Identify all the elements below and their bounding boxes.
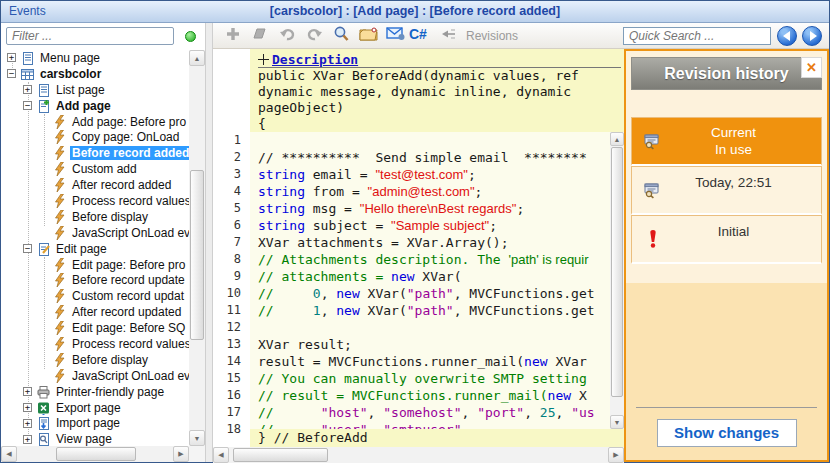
revision-panel-header: Revision history bbox=[631, 57, 822, 90]
code-editor[interactable]: Description public XVar BeforeAdd(dynami… bbox=[213, 49, 624, 461]
show-changes-button[interactable]: Show changes bbox=[657, 419, 797, 447]
tree-item-javascript-onload-ev[interactable]: JavaScript OnLoad ev bbox=[1, 225, 189, 241]
code-line bbox=[250, 319, 610, 336]
tree-expander-icon[interactable]: + bbox=[23, 419, 32, 428]
tree-item-label: Process record values bbox=[70, 337, 189, 351]
revision-list: CurrentIn useToday, 22:51Initial bbox=[631, 117, 822, 264]
tree-item-label: JavaScript OnLoad ev bbox=[70, 369, 189, 383]
tree-item-import-page[interactable]: +Import page bbox=[1, 415, 189, 431]
revisions-button[interactable] bbox=[437, 25, 461, 47]
filter-input[interactable] bbox=[6, 27, 174, 45]
revision-item-title: Today, 22:51 bbox=[666, 174, 801, 191]
editor-toolbar: C#Revisions bbox=[213, 23, 829, 49]
code-line: result = MVCFunctions.runner_mail(new XV… bbox=[250, 353, 610, 370]
tree-item-process-record-values[interactable]: Process record values bbox=[1, 336, 189, 352]
line-number: 14 bbox=[213, 353, 241, 370]
tree-item-printer-friendly-page[interactable]: +Printer-friendly page bbox=[1, 384, 189, 400]
tree-item-javascript-onload-ev[interactable]: JavaScript OnLoad ev bbox=[1, 368, 189, 384]
tree-expander-icon[interactable]: − bbox=[7, 69, 16, 78]
event-icon bbox=[52, 289, 67, 303]
snippet-folder-icon bbox=[359, 26, 378, 46]
add-button[interactable] bbox=[221, 25, 245, 47]
code-line: string msg = "Hello there\nBest regards"… bbox=[250, 200, 610, 217]
tree-item-view-page[interactable]: +View page bbox=[1, 431, 189, 446]
description-link[interactable]: Description bbox=[272, 52, 358, 67]
tree-item-label: Edit page bbox=[54, 242, 109, 256]
line-number: 3 bbox=[213, 166, 241, 183]
event-icon bbox=[52, 321, 67, 335]
tree-vertical-scrollbar[interactable]: ▲ ▼ bbox=[189, 50, 205, 446]
tree-item-edit-page[interactable]: −Edit page bbox=[1, 241, 189, 257]
code-line: // "user", "smtpuser" bbox=[250, 421, 610, 429]
revision-doc-icon bbox=[640, 182, 666, 199]
tree-expander-icon[interactable]: + bbox=[23, 435, 32, 444]
undo-button[interactable] bbox=[275, 25, 299, 47]
line-number: 2 bbox=[213, 149, 241, 166]
tree-item-process-record-values[interactable]: Process record values bbox=[1, 193, 189, 209]
breadcrumb: [carsbcolor] : [Add page] : [Before reco… bbox=[1, 4, 829, 18]
tree-expander-icon[interactable]: + bbox=[23, 387, 32, 396]
redo-button[interactable] bbox=[302, 25, 326, 47]
tree-item-label: Printer-friendly page bbox=[54, 385, 166, 399]
tree-item-before-record-update[interactable]: Before record update bbox=[1, 272, 189, 288]
tree-item-label: After record updated bbox=[70, 305, 183, 319]
close-icon[interactable]: ✕ bbox=[801, 57, 822, 78]
code-lines[interactable]: // ********** Send simple email ********… bbox=[250, 132, 610, 429]
tree-item-before-record-added[interactable]: Before record added bbox=[1, 145, 189, 161]
signature-line: dynamic message, dynamic inline, dynamic bbox=[258, 84, 624, 100]
editor-horizontal-scrollbar[interactable]: ◀ ▶ bbox=[213, 447, 624, 463]
tree-item-label: View page bbox=[54, 432, 114, 446]
tree-item-export-page[interactable]: +Export page bbox=[1, 400, 189, 416]
table-icon bbox=[20, 67, 35, 81]
code-line: string email = "test@test.com"; bbox=[250, 166, 610, 183]
tree-item-custom-add[interactable]: Custom add bbox=[1, 161, 189, 177]
line-number: 9 bbox=[213, 268, 241, 285]
editor-vertical-scrollbar[interactable]: ▲ ▼ bbox=[610, 132, 624, 429]
filter-status-icon[interactable] bbox=[185, 31, 196, 42]
search-button[interactable] bbox=[329, 25, 353, 47]
tree-item-label: Add page: Before pro bbox=[70, 115, 188, 129]
function-signature: public XVar BeforeAdd(dynamic values, re… bbox=[258, 68, 624, 132]
snippet-folder-button[interactable] bbox=[356, 25, 380, 47]
tree-item-after-record-updated[interactable]: After record updated bbox=[1, 304, 189, 320]
tree-item-menu-page[interactable]: +Menu page bbox=[1, 50, 189, 66]
tree-expander-icon[interactable]: + bbox=[23, 85, 32, 94]
revision-item-today-22-51[interactable]: Today, 22:51 bbox=[631, 166, 822, 215]
tree-item-after-record-added[interactable]: After record added bbox=[1, 177, 189, 193]
tree-expander-icon[interactable]: + bbox=[7, 53, 16, 62]
event-icon bbox=[52, 305, 67, 319]
tree-item-list-page[interactable]: +List page bbox=[1, 82, 189, 98]
tree-item-add-page-before-pro[interactable]: Add page: Before pro bbox=[1, 114, 189, 130]
tree-expander-icon[interactable]: + bbox=[23, 403, 32, 412]
tree-item-carsbcolor[interactable]: −carsbcolor bbox=[1, 66, 189, 82]
email-button[interactable] bbox=[383, 25, 407, 47]
tree-item-label: Add page bbox=[54, 99, 113, 113]
eraser-button[interactable] bbox=[248, 25, 272, 47]
revision-panel-divider bbox=[636, 407, 817, 408]
revision-item-initial[interactable]: Initial bbox=[631, 215, 822, 264]
tree-expander-icon[interactable]: − bbox=[23, 101, 32, 110]
search-icon bbox=[332, 25, 350, 46]
initial-warning-icon bbox=[640, 229, 666, 249]
forward-button[interactable] bbox=[802, 26, 822, 46]
panel-splitter[interactable] bbox=[205, 23, 213, 462]
tree-expander-icon[interactable]: − bbox=[23, 244, 32, 253]
quick-search-input[interactable] bbox=[623, 27, 771, 45]
tree-item-before-display[interactable]: Before display bbox=[1, 209, 189, 225]
back-button[interactable] bbox=[777, 26, 797, 46]
tree-item-copy-page-onload[interactable]: Copy page: OnLoad bbox=[1, 129, 189, 145]
line-number: 4 bbox=[213, 183, 241, 200]
line-number: 17 bbox=[213, 404, 241, 421]
event-icon bbox=[52, 226, 67, 240]
tree-item-add-page[interactable]: −Add page bbox=[1, 98, 189, 114]
revisions-icon bbox=[441, 27, 457, 45]
tree-horizontal-scrollbar[interactable]: ◀ ▶ bbox=[1, 446, 189, 462]
line-number: 16 bbox=[213, 387, 241, 404]
tree-item-before-display[interactable]: Before display bbox=[1, 352, 189, 368]
csharp-button[interactable]: C# bbox=[410, 25, 434, 47]
tree-item-edit-page-before-pro[interactable]: Edit page: Before pro bbox=[1, 257, 189, 273]
revision-item-title: Current bbox=[666, 124, 801, 141]
tree-item-custom-record-updat[interactable]: Custom record updat bbox=[1, 288, 189, 304]
revision-item-current[interactable]: CurrentIn use bbox=[631, 117, 822, 166]
tree-item-edit-page-before-sq[interactable]: Edit page: Before SQ bbox=[1, 320, 189, 336]
